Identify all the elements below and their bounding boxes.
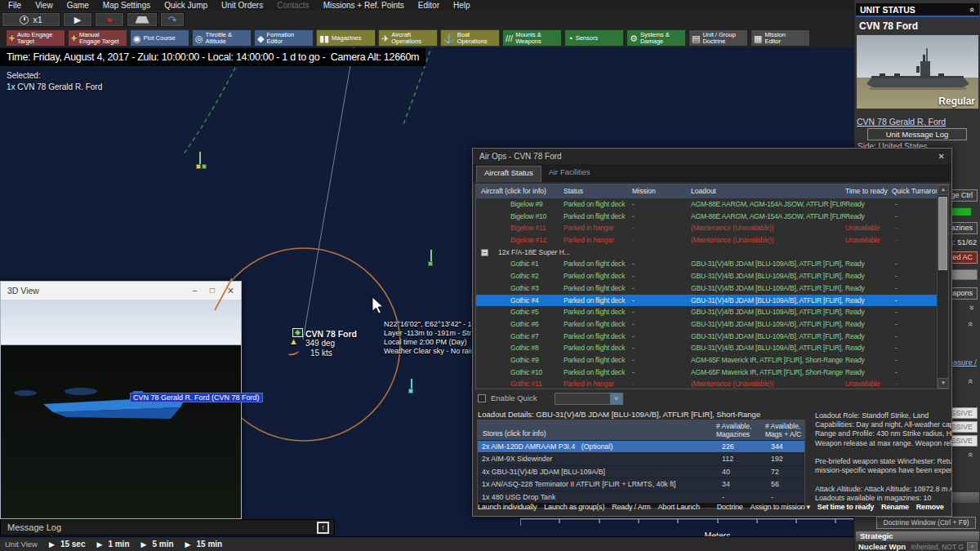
tab-aircraft-status[interactable]: Aircraft Status	[476, 166, 541, 182]
time-step-15-sec[interactable]: ▶15 sec	[49, 540, 86, 549]
aircraft-row[interactable]: Gothic #1Parked on flight deck-GBU-31(V)…	[476, 258, 937, 270]
maximize-icon[interactable]: □	[210, 286, 215, 296]
quick-turnaround-dropdown[interactable]: ˅	[555, 393, 623, 405]
stores-column-1[interactable]: # Available, Magazines	[716, 422, 751, 438]
quick-jump-button[interactable]: ↷	[160, 12, 185, 27]
aircraft-row[interactable]: Bigelow #10Parked on flight deck-AGM-88E…	[476, 211, 937, 223]
unit-status-header[interactable]: UNIT STATUS «	[856, 3, 979, 17]
rename-button[interactable]: Rename	[881, 503, 909, 511]
nuclear-weapon-dropdown[interactable]: ˅	[967, 542, 978, 551]
camera-view-button[interactable]	[127, 12, 158, 27]
toolbar-boat-operations[interactable]: ⚓Boat Operations	[440, 29, 500, 47]
menu-view[interactable]: View	[35, 1, 53, 10]
scrollbar-thumb[interactable]	[938, 197, 947, 270]
stores-row[interactable]: 2x AIM-120D AMRAAM P3I.4 (Optional)22634…	[478, 440, 804, 452]
aircraft-row[interactable]: Gothic #3Parked on flight deck-GBU-31(V)…	[476, 282, 937, 295]
close-icon[interactable]: ✕	[938, 152, 945, 161]
toolbar-sensors[interactable]: ◔Sensors	[564, 29, 624, 47]
set-time-to-ready-button[interactable]: Set time to ready	[817, 503, 874, 511]
aircraft-group-row[interactable]: −12x F/A-18E Super H...	[476, 247, 937, 259]
column-loadout[interactable]: Loadout	[691, 187, 716, 195]
column-aircraft-click-for-info[interactable]: Aircraft (click for info)	[481, 187, 546, 195]
aircraft-row[interactable]: Gothic #11Parked in hangar-(Maintenance …	[476, 378, 937, 389]
menu-game[interactable]: Game	[67, 1, 89, 10]
map-contact-icon[interactable]	[425, 250, 439, 269]
time-compression-button[interactable]: x1	[2, 12, 60, 27]
aircraft-row[interactable]: Bigelow #12Parked in hangar-(Maintenance…	[476, 234, 937, 247]
message-log-bar[interactable]: Message Log ↑	[0, 519, 335, 535]
column-mission[interactable]: Mission	[632, 187, 656, 195]
scroll-up-icon[interactable]: ▲	[938, 184, 949, 195]
toolbar-systems-damage[interactable]: ⚙Systems & Damage	[626, 29, 686, 47]
view3d-unit-label[interactable]: CVN 78 Gerald R. Ford (CVN 78 Ford)	[130, 393, 263, 402]
chevron-up-icon[interactable]: «	[966, 322, 976, 327]
aircraft-row[interactable]: Gothic #6Parked on flight deck-GBU-31(V)…	[476, 318, 937, 331]
aircraft-row[interactable]: Gothic #4Parked on flight deck-GBU-31(V)…	[476, 295, 937, 307]
menu-missions-ref-points[interactable]: Missions + Ref. Points	[323, 1, 404, 10]
time-step-1-min[interactable]: ▶1 min	[96, 540, 129, 549]
play-button[interactable]: ▶	[63, 12, 92, 27]
toolbar-mission-editor[interactable]: ▦Mission Editor	[751, 29, 810, 47]
column-status[interactable]: Status	[564, 187, 583, 195]
stores-row[interactable]: 1x AN/ASQ-228 Terminator II ATFLIR [FLIR…	[478, 478, 804, 490]
toolbar-unit-group-doctrine[interactable]: ▤Unit / Group Doctrine	[688, 29, 748, 47]
air-ops-dialog[interactable]: Air Ops - CVN 78 Ford ✕ Aircraft Status …	[472, 148, 952, 517]
launch-as-group-s-button[interactable]: Launch as group(s)	[544, 503, 604, 511]
enable-quick-checkbox[interactable]	[478, 394, 486, 402]
aircraft-row[interactable]: Gothic #7Parked on flight deck-GBU-31(V)…	[476, 331, 937, 343]
toolbar-manual-engage-target[interactable]: +Manual Engage Target	[68, 29, 127, 47]
aircraft-row[interactable]: Gothic #9Parked on flight deck-AGM-65F M…	[476, 354, 937, 367]
column-time-to-ready[interactable]: Time to ready	[845, 187, 888, 195]
menu-contacts[interactable]: Contacts	[277, 1, 309, 10]
menu-help[interactable]: Help	[453, 1, 470, 10]
ready-arm-button[interactable]: Ready / Arm	[612, 503, 650, 511]
view-mode-label[interactable]: Unit View	[5, 540, 38, 549]
menu-unit-orders[interactable]: Unit Orders	[221, 1, 263, 10]
collapse-icon[interactable]: «	[968, 7, 978, 11]
toolbar-formation-editor[interactable]: ◆Formation Editor	[254, 29, 314, 47]
dropdown-icon[interactable]: ˅	[610, 393, 622, 404]
map-contact-icon[interactable]	[194, 152, 208, 171]
stores-column-0[interactable]: Stores (click for info)	[483, 429, 546, 438]
stores-row[interactable]: 2x AIM-9X Sidewinder112192	[478, 452, 804, 464]
strategic-section-header[interactable]: Strategic	[856, 531, 979, 541]
minimize-icon[interactable]: −	[192, 286, 197, 296]
launch-individually-button[interactable]: Launch individually	[478, 503, 537, 511]
stores-column-2[interactable]: # Available, Mags + A/C	[765, 422, 801, 438]
toolbar-plot-course[interactable]: ◉Plot Course	[130, 29, 189, 47]
time-step-5-min[interactable]: ▶5 min	[141, 540, 174, 549]
chevron-up-icon[interactable]: «	[966, 452, 976, 457]
unit-detail-link[interactable]: CVN 78 Gerald R. Ford	[857, 117, 946, 127]
aircraft-row[interactable]: Gothic #8Parked on flight deck-GBU-31(V)…	[476, 342, 937, 354]
record-button[interactable]: ●	[95, 12, 124, 27]
group-collapse-icon[interactable]: −	[481, 249, 488, 256]
dialog-titlebar[interactable]: Air Ops - CVN 78 Ford ✕	[473, 149, 951, 164]
doctrine-window-button[interactable]: Doctrine Window (Ctrl + F9)	[876, 517, 976, 529]
aircraft-row[interactable]: Gothic #10Parked on flight deck-AGM-65F …	[476, 367, 937, 379]
assign-to-mission-button[interactable]: Assign to mission ▾	[751, 503, 810, 511]
remove-button[interactable]: Remove	[916, 503, 944, 511]
toolbar-aircraft-operations[interactable]: ✈Aircraft Operations	[378, 29, 438, 47]
chevron-down-icon[interactable]: «	[966, 305, 976, 310]
toolbar-auto-engage-target[interactable]: +Auto Engage Target	[6, 29, 65, 47]
tab-air-facilities[interactable]: Air Facilities	[541, 166, 598, 182]
view3d-window[interactable]: 3D View − □ ✕ CVN 78 Gerald R. Ford (CVN…	[0, 281, 242, 519]
toolbar-throttle-altitude[interactable]: ◎Throttle & Altitude	[192, 29, 252, 47]
toolbar-magazines[interactable]: ▮▮Magazines	[316, 29, 376, 47]
stores-row[interactable]: 4x GBU-31(V)4/B JDAM [BLU-109A/B]4072	[478, 465, 804, 478]
unit-message-log-button[interactable]: Unit Message Log	[867, 128, 967, 140]
stores-row[interactable]: 1x 480 USG Drop Tank--	[478, 491, 804, 503]
chevron-up-icon[interactable]: «	[966, 379, 976, 384]
menu-editor[interactable]: Editor	[418, 1, 439, 10]
aircraft-row[interactable]: Gothic #5Parked on flight deck-GBU-31(V)…	[476, 306, 937, 318]
menu-file[interactable]: File	[8, 1, 21, 10]
menu-quick-jump[interactable]: Quick Jump	[164, 1, 207, 10]
time-step-15-min[interactable]: ▶15 min	[185, 540, 223, 549]
close-icon[interactable]: ✕	[227, 286, 234, 296]
scrollbar[interactable]: ▲ ▼	[937, 184, 948, 389]
view3d-titlebar[interactable]: 3D View − □ ✕	[1, 282, 241, 300]
aircraft-row[interactable]: Gothic #2Parked on flight deck-GBU-31(V)…	[476, 270, 937, 282]
map-contact-icon[interactable]	[405, 379, 420, 398]
doctrine-button[interactable]: Doctrine	[717, 503, 743, 511]
menu-map-settings[interactable]: Map Settings	[103, 1, 150, 10]
